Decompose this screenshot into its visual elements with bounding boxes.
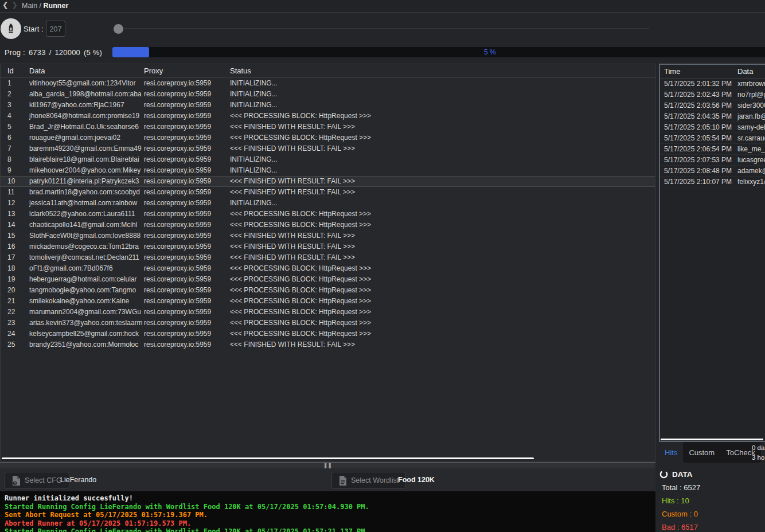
cell-id: 19 xyxy=(7,274,29,285)
table-row[interactable]: 19 heberguerrag@hotmail.com:celular resi… xyxy=(1,274,655,285)
table-row[interactable]: 24 kelseycampbell25@gmail.com:hock resi.… xyxy=(1,328,655,339)
table-row[interactable]: 13 lclark0522@yahoo.com:Laura6111 resi.c… xyxy=(1,209,655,220)
table-row[interactable]: 22 marumann2004@gmail.com:73WGu resi.cor… xyxy=(1,307,655,318)
cell-proxy: resi.coreproxy.io:5959 xyxy=(144,209,230,220)
cell-id: 22 xyxy=(7,307,29,318)
cell-time: 5/17/2025 2:02:43 PM xyxy=(664,89,737,100)
splitter-bar[interactable]: ▌▌ xyxy=(0,462,655,468)
table-row[interactable]: 17 tomoliverjr@comcast.net:Declan211 res… xyxy=(1,252,655,263)
table-row[interactable]: 16 mickademus@cogeco.ca:Tom12bra resi.co… xyxy=(1,241,655,252)
tab-custom[interactable]: Custom xyxy=(683,443,720,462)
cell-proxy: resi.coreproxy.io:5959 xyxy=(144,122,230,132)
cell-status: <<< PROCESSING BLOCK: HttpRequest >>> xyxy=(230,220,655,230)
table-row[interactable]: 1 vitinhooyt55@gmail.com:1234Vitor resi.… xyxy=(1,78,655,89)
cell-id: 15 xyxy=(7,230,29,241)
cell-proxy: resi.coreproxy.io:5959 xyxy=(144,328,230,339)
hits-horizontal-scrollbar[interactable] xyxy=(661,439,763,440)
cell-data: patryk01211@interia.pl:Patrykczek3 xyxy=(29,177,144,186)
cell-status: <<< PROCESSING BLOCK: HttpRequest >>> xyxy=(230,263,655,274)
table-row[interactable]: 14 chaoticapollo141@gmail.com:Mcihl resi… xyxy=(1,220,655,230)
cell-id: 11 xyxy=(7,187,29,198)
select-wordlist-button[interactable]: Select Wordlist xyxy=(331,472,406,489)
breadcrumb: Main / Runner xyxy=(22,2,68,10)
selected-config-name: LieFerando xyxy=(60,476,96,484)
cell-id: 12 xyxy=(7,198,29,209)
cell-id: 6 xyxy=(7,132,29,143)
table-row[interactable]: 3 kil1967@yahoo.com:RjaC1967 resi.corepr… xyxy=(1,100,655,111)
column-header-data[interactable]: Data xyxy=(29,64,144,78)
cell-id: 7 xyxy=(7,143,29,154)
cell-status: <<< FINISHED WITH RESULT: FAIL >>> xyxy=(230,143,655,154)
hit-row[interactable]: 5/17/2025 2:06:54 PM like_me_lu xyxy=(660,144,765,155)
table-row[interactable]: 25 brandy2351@yahoo.com:Mormoloc resi.co… xyxy=(1,339,655,350)
hit-row[interactable]: 5/17/2025 2:01:32 PM xmrbrown xyxy=(660,79,765,89)
start-input[interactable] xyxy=(46,21,65,37)
cell-status: INITIALIZING... xyxy=(230,154,655,165)
column-header-status[interactable]: Status xyxy=(230,64,655,78)
table-row[interactable]: 7 baremm49230@gmail.com:Emma49 resi.core… xyxy=(1,143,655,154)
cell-proxy: resi.coreproxy.io:5959 xyxy=(144,111,230,122)
cell-hit-data: adamek@ xyxy=(737,166,765,176)
table-row[interactable]: 6 rouague@gmail.com:joevai02 resi.corepr… xyxy=(1,132,655,143)
hit-row[interactable]: 5/17/2025 2:05:10 PM samy-delu xyxy=(660,122,765,133)
log-line: Started Running Config LieFerando with W… xyxy=(5,503,651,511)
table-row[interactable]: 15 SlothFaceW0t@gmail.com:love8888 resi.… xyxy=(1,230,655,241)
bots-slider-handle[interactable] xyxy=(114,24,123,34)
hit-row[interactable]: 5/17/2025 2:05:54 PM sr.carraud xyxy=(660,133,765,144)
horizontal-scrollbar[interactable] xyxy=(2,457,534,459)
cell-data: blaireblaire18@gmail.com:Blaireblai xyxy=(29,154,144,165)
table-row[interactable]: 2 alba_garcia_1998@hotmail.com:aba resi.… xyxy=(1,89,655,100)
hit-row[interactable]: 5/17/2025 2:03:56 PM sider3000 xyxy=(660,100,765,111)
table-row[interactable]: 23 arias.kevin373@yahoo.com:teslaarm res… xyxy=(1,318,655,328)
selected-wordlist-name: Food 120K xyxy=(398,476,435,484)
select-cfg-button[interactable]: Select CFG xyxy=(5,472,69,489)
back-icon[interactable]: ❮ xyxy=(2,1,9,9)
cell-id: 2 xyxy=(7,89,29,100)
cell-time: 5/17/2025 2:05:10 PM xyxy=(664,122,737,132)
table-row[interactable]: 10 patryk01211@interia.pl:Patrykczek3 re… xyxy=(1,176,655,187)
table-row[interactable]: 21 smilekokaine@yahoo.com:Kaine resi.cor… xyxy=(1,296,655,307)
cell-id: 24 xyxy=(7,328,29,339)
table-row[interactable]: 20 tangmobogie@yahoo.com:Tangmo resi.cor… xyxy=(1,285,655,296)
table-row[interactable]: 5 Brad_Jr@Hotmail.Co.Uk:seahorse6 resi.c… xyxy=(1,122,655,132)
table-row[interactable]: 18 oFf1@gmail.com:7Bd067f6 resi.coreprox… xyxy=(1,263,655,274)
column-header-hit-data[interactable]: Data xyxy=(737,65,765,79)
cell-data: tangmobogie@yahoo.com:Tangmo xyxy=(29,285,144,296)
elapsed-time-text: 0 da 3 ho xyxy=(752,443,765,463)
cell-status: <<< PROCESSING BLOCK: HttpRequest >>> xyxy=(230,296,655,307)
table-row[interactable]: 8 blaireblaire18@gmail.com:Blaireblai re… xyxy=(1,154,655,165)
hit-row[interactable]: 5/17/2025 2:07:53 PM lucasgree xyxy=(660,155,765,166)
hit-row[interactable]: 5/17/2025 2:04:35 PM jaran.fb@ xyxy=(660,111,765,122)
cell-data: SlothFaceW0t@gmail.com:love8888 xyxy=(29,230,144,241)
cell-data: chaoticapollo141@gmail.com:Mcihl xyxy=(29,220,144,230)
cell-proxy: resi.coreproxy.io:5959 xyxy=(144,89,230,100)
stat-custom: Custom : 0 xyxy=(662,510,765,518)
file-gear-icon xyxy=(12,476,21,486)
cell-data: mikehoover2004@yahoo.com:Mikey xyxy=(29,165,144,176)
column-header-time[interactable]: Time xyxy=(664,65,737,79)
tab-hits[interactable]: Hits xyxy=(659,443,683,462)
stat-bad: Bad : 6517 xyxy=(662,523,765,531)
breadcrumb-main[interactable]: Main xyxy=(22,2,37,10)
cell-proxy: resi.coreproxy.io:5959 xyxy=(144,230,230,241)
hits-list: Time Data 5/17/2025 2:01:32 PM xmrbrown … xyxy=(659,64,765,442)
cell-data: jhone8064@hotmail.com:promise19 xyxy=(29,111,144,122)
breadcrumb-separator: / xyxy=(40,2,41,10)
log-line: Started Running Config LieFerando with W… xyxy=(5,527,651,532)
stat-hits: Hits : 10 xyxy=(662,496,765,505)
select-wordlist-label: Select Wordlist xyxy=(351,476,399,484)
cell-data: rouague@gmail.com:joevai02 xyxy=(29,132,144,143)
column-header-id[interactable]: Id xyxy=(7,64,29,78)
forward-icon[interactable]: ❯ xyxy=(11,1,18,9)
table-row[interactable]: 9 mikehoover2004@yahoo.com:Mikey resi.co… xyxy=(1,165,655,176)
hit-row[interactable]: 5/17/2025 2:08:48 PM adamek@ xyxy=(660,166,765,177)
table-row[interactable]: 12 jessica11ath@hotmail.com:rainbow resi… xyxy=(1,198,655,209)
table-row[interactable]: 11 brad.martin18@yahoo.com:scoobyd resi.… xyxy=(1,187,655,198)
column-header-proxy[interactable]: Proxy xyxy=(144,64,230,78)
results-tabs: Hits Custom ToCheck xyxy=(659,442,765,463)
progress-label: Prog : xyxy=(5,48,25,57)
table-row[interactable]: 4 jhone8064@hotmail.com:promise19 resi.c… xyxy=(1,111,655,122)
cell-status: INITIALIZING... xyxy=(230,100,655,111)
hit-row[interactable]: 5/17/2025 2:02:43 PM no7rpl@g xyxy=(660,89,765,100)
hit-row[interactable]: 5/17/2025 2:10:07 PM felixxyz1@ xyxy=(660,177,765,187)
